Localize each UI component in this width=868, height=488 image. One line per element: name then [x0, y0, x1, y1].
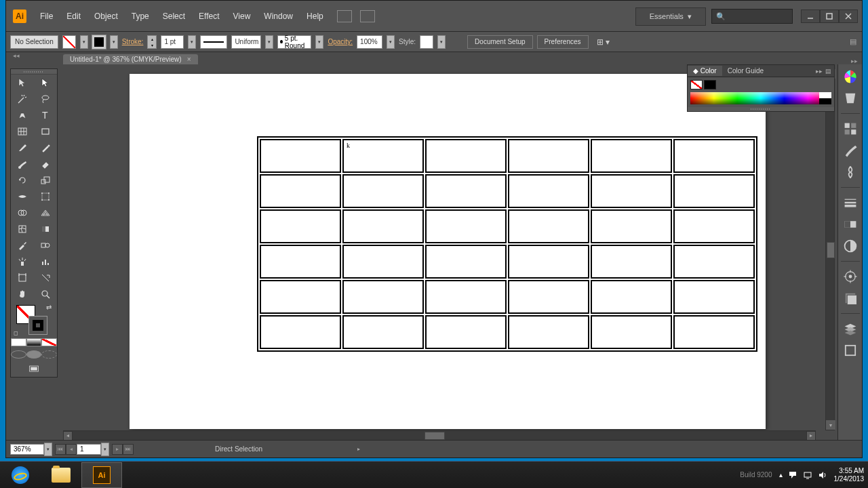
- opacity-label[interactable]: Opacity:: [328, 38, 353, 45]
- color-panel-icon[interactable]: [842, 68, 859, 85]
- direct-selection-tool[interactable]: [34, 75, 57, 91]
- gradient-tool[interactable]: [34, 221, 57, 237]
- layers-panel-icon[interactable]: [842, 321, 859, 337]
- free-transform-tool[interactable]: [34, 188, 57, 205]
- color-swatch-none[interactable]: [690, 80, 703, 89]
- canvas-viewport[interactable]: k: [63, 68, 825, 430]
- preferences-button[interactable]: Preferences: [537, 35, 589, 49]
- grid-object[interactable]: [257, 136, 757, 352]
- color-guide-icon[interactable]: [842, 90, 859, 106]
- shape-builder-tool[interactable]: [11, 205, 34, 221]
- fill-dropdown[interactable]: ▾: [80, 35, 88, 49]
- stroke-panel-icon[interactable]: [842, 195, 859, 211]
- next-artboard-icon[interactable]: ▸: [112, 444, 123, 455]
- panel-resize-grip[interactable]: [688, 107, 834, 111]
- first-artboard-icon[interactable]: ⏮: [55, 444, 66, 455]
- perspective-grid-tool[interactable]: [34, 205, 57, 221]
- taskbar-ie[interactable]: [0, 462, 41, 488]
- profile-preview[interactable]: [200, 35, 227, 49]
- rectangle-tool[interactable]: [34, 123, 57, 140]
- artboard-number[interactable]: 1: [77, 444, 101, 455]
- vscroll-thumb[interactable]: [827, 242, 835, 258]
- menu-window[interactable]: Window: [257, 2, 300, 30]
- document-tab[interactable]: Untitled-1* @ 367% (CMYK/Preview) ×: [63, 54, 198, 64]
- lasso-tool[interactable]: [34, 91, 57, 107]
- stroke-label[interactable]: Stroke:: [122, 38, 144, 45]
- bridge-icon[interactable]: [337, 10, 352, 22]
- taskbar-illustrator[interactable]: Ai: [81, 462, 122, 488]
- opacity-dd[interactable]: ▾: [387, 35, 395, 49]
- screen-mode-tool[interactable]: [11, 361, 57, 377]
- swatches-icon[interactable]: [842, 121, 859, 137]
- opacity-value[interactable]: 100%: [357, 35, 382, 49]
- paintbrush-tool[interactable]: [11, 140, 34, 156]
- draw-normal[interactable]: [11, 348, 26, 361]
- magic-wand-tool[interactable]: [11, 91, 34, 107]
- zoom-level[interactable]: 367%: [10, 444, 44, 455]
- fill-stroke-control[interactable]: ⇄ ◻: [11, 302, 57, 336]
- default-fill-stroke-icon[interactable]: ◻: [14, 330, 18, 336]
- prev-artboard-icon[interactable]: ◂: [66, 444, 77, 455]
- hscroll-right-icon[interactable]: ▸: [806, 431, 816, 441]
- volume-icon[interactable]: [818, 470, 827, 480]
- style-swatch[interactable]: [420, 35, 433, 49]
- hand-tool[interactable]: [11, 286, 34, 302]
- zoom-dd[interactable]: ▾: [44, 443, 52, 456]
- show-hidden-icon[interactable]: ▴: [779, 471, 783, 479]
- transparency-panel-icon[interactable]: [842, 238, 859, 254]
- taskbar-explorer[interactable]: [41, 462, 81, 488]
- profile-name[interactable]: Uniform: [231, 35, 261, 49]
- artboard-tool[interactable]: [11, 270, 34, 286]
- panel-collapse-icon[interactable]: ▸▸: [816, 68, 823, 75]
- eraser-tool[interactable]: [34, 156, 57, 172]
- hscroll-left-icon[interactable]: ◂: [63, 431, 73, 441]
- brush-dd[interactable]: ▾: [315, 35, 323, 49]
- stroke-weight[interactable]: 1 pt: [161, 35, 184, 49]
- swap-fill-stroke-icon[interactable]: ⇄: [46, 304, 52, 311]
- brushes-icon[interactable]: [842, 142, 859, 159]
- pen-tool[interactable]: [11, 107, 34, 123]
- color-mode-fill[interactable]: [11, 336, 26, 348]
- stroke-spinner[interactable]: ▴▾: [147, 35, 157, 49]
- last-artboard-icon[interactable]: ⏭: [123, 444, 134, 455]
- column-graph-tool[interactable]: [34, 253, 57, 270]
- action-center-icon[interactable]: [788, 470, 797, 480]
- artboard[interactable]: k: [130, 74, 766, 429]
- line-segment-tool[interactable]: [11, 123, 34, 140]
- minimize-button[interactable]: [801, 9, 820, 23]
- color-spectrum[interactable]: [690, 92, 831, 104]
- symbols-icon[interactable]: [842, 164, 859, 180]
- blob-brush-tool[interactable]: [11, 156, 34, 172]
- panel-menu-icon[interactable]: ▤: [825, 68, 831, 75]
- menu-view[interactable]: View: [226, 2, 258, 30]
- workspace-switcher[interactable]: Essentials ▾: [635, 7, 706, 26]
- tab-color-guide[interactable]: Color Guide: [722, 66, 769, 76]
- scale-tool[interactable]: [34, 172, 57, 188]
- symbol-sprayer-tool[interactable]: [11, 253, 34, 270]
- selection-tool[interactable]: [11, 75, 34, 91]
- menu-effect[interactable]: Effect: [192, 2, 226, 30]
- width-tool[interactable]: [11, 188, 34, 205]
- artboards-panel-icon[interactable]: [842, 342, 859, 359]
- color-mode-none[interactable]: [41, 336, 57, 348]
- close-tab-icon[interactable]: ×: [187, 56, 191, 63]
- mesh-tool[interactable]: [11, 221, 34, 237]
- color-swatch-black[interactable]: [704, 80, 716, 89]
- zoom-tool[interactable]: [34, 286, 57, 302]
- tab-color[interactable]: ◆ Color: [688, 66, 722, 76]
- panel-expand-icon[interactable]: ◂◂: [13, 52, 20, 59]
- type-tool[interactable]: T: [34, 107, 57, 123]
- hscroll-thumb[interactable]: [425, 432, 445, 440]
- network-icon[interactable]: [803, 470, 812, 480]
- rotate-tool[interactable]: [11, 172, 34, 188]
- system-clock[interactable]: 3:55 AM 1/24/2013: [834, 467, 865, 483]
- maximize-button[interactable]: [820, 9, 839, 23]
- profile-dd[interactable]: ▾: [265, 35, 273, 49]
- draw-behind[interactable]: [26, 348, 42, 361]
- slice-tool[interactable]: [34, 270, 57, 286]
- horizontal-scrollbar[interactable]: ◂ ▸: [63, 430, 816, 440]
- draw-inside[interactable]: [41, 348, 57, 361]
- menu-object[interactable]: Object: [87, 2, 125, 30]
- vertical-scrollbar[interactable]: ▴ ▾: [825, 68, 835, 430]
- status-menu-icon[interactable]: ▸: [357, 446, 360, 452]
